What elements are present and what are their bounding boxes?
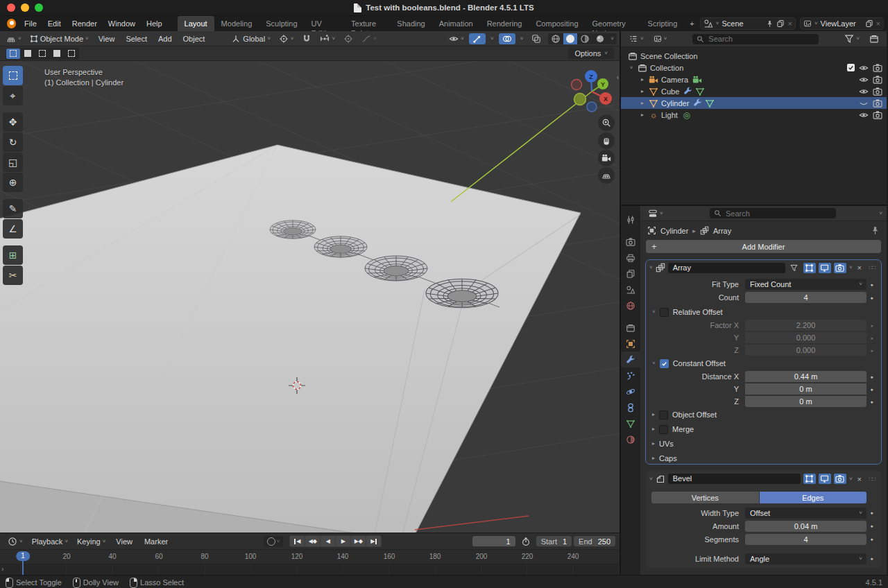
pin-icon[interactable] [871, 226, 880, 235]
expand-channels-icon[interactable]: › [1, 565, 3, 573]
transform-tool[interactable]: ⊕ [3, 173, 23, 192]
playhead[interactable] [22, 560, 24, 575]
frame-start-field[interactable]: Start1 [536, 536, 572, 546]
collapse-icon[interactable]: ˅ [649, 265, 653, 270]
vertices-tab[interactable]: Vertices [651, 492, 759, 503]
close-window-button[interactable] [7, 3, 15, 12]
snap-toggle[interactable] [298, 33, 315, 44]
expand-icon[interactable]: ▸ [639, 88, 646, 94]
light-data-icon[interactable]: ◎ [682, 110, 692, 120]
mesh-data-icon[interactable] [695, 87, 705, 96]
show-in-editmode-toggle[interactable] [803, 474, 816, 484]
timeline-editor-type-button[interactable]: ˅ [4, 536, 26, 547]
shading-rendered-button[interactable] [592, 33, 608, 44]
show-in-viewport-toggle[interactable] [819, 263, 831, 273]
tab-render[interactable] [621, 234, 640, 250]
outliner-row-collection[interactable]: ˅ Collection [621, 62, 887, 74]
outliner-row-cylinder[interactable]: ▸ Cylinder [621, 97, 887, 109]
expand-icon[interactable]: ▸ [639, 112, 646, 118]
gizmo-y-neg-axis[interactable] [574, 94, 586, 105]
new-collection-button[interactable] [866, 33, 882, 44]
tab-particles[interactable] [621, 368, 640, 383]
timeline-ruler[interactable]: 20 40 60 80 100 120 140 160 180 200 220 … [0, 550, 620, 564]
breadcrumb-object[interactable]: Cylinder [660, 227, 688, 235]
constant-offset-checkbox[interactable] [660, 359, 669, 368]
select-mode-extend[interactable] [21, 49, 35, 59]
tab-collection[interactable] [621, 320, 640, 336]
count-field[interactable]: 4 [745, 292, 866, 303]
move-tool[interactable]: ✥ [3, 112, 23, 132]
jump-to-start-button[interactable]: ◀ [290, 536, 305, 546]
tab-view-layer[interactable] [621, 266, 640, 282]
caps-header[interactable]: ▸ Caps [646, 451, 881, 465]
tab-uv-editing[interactable]: UV Editing [305, 16, 345, 31]
mode-selector[interactable]: Object Mode˅ [26, 34, 92, 44]
animate-dot[interactable]: ● [866, 387, 877, 392]
jump-to-end-button[interactable]: ▶ [366, 536, 381, 546]
measure-tool[interactable]: ∠ [3, 219, 23, 239]
collapse-icon[interactable]: ˅ [649, 476, 653, 482]
viewport-menu-select[interactable]: Select [121, 34, 152, 44]
select-mode-subtract[interactable] [35, 49, 49, 59]
tab-material[interactable] [621, 431, 640, 447]
minimize-window-button[interactable] [21, 3, 29, 12]
segments-field[interactable]: 4 [745, 534, 866, 545]
properties-editor-type-button[interactable]: ˅ [644, 208, 667, 219]
orthographic-toggle-button[interactable] [598, 167, 615, 184]
object-offset-checkbox[interactable] [659, 410, 668, 420]
auto-keyframe-toggle[interactable]: ˅ [264, 536, 284, 547]
distance-y-field[interactable]: 0 m [745, 383, 866, 395]
tab-tool[interactable] [621, 211, 640, 227]
options-button[interactable]: Options˅ [568, 48, 614, 59]
tab-scripting[interactable]: Scripting [641, 16, 685, 31]
tab-physics[interactable] [621, 383, 640, 399]
menu-window[interactable]: Window [103, 18, 141, 29]
merge-header[interactable]: ▸ Merge [646, 422, 881, 437]
outliner-search[interactable] [692, 34, 819, 44]
modifier-wrench-icon[interactable] [693, 98, 703, 108]
modifier-extras-dropdown[interactable]: ˅ [849, 476, 853, 482]
expand-icon[interactable]: ▸ [652, 456, 655, 461]
use-preview-range-toggle[interactable] [518, 536, 534, 547]
camera-view-button[interactable] [598, 150, 615, 166]
disable-render-icon[interactable] [873, 75, 882, 85]
outliner-row-light[interactable]: ▸ ☼ Light ◎ [621, 109, 887, 121]
tab-modeling[interactable]: Modeling [214, 16, 259, 31]
maximize-window-button[interactable] [35, 3, 43, 12]
shading-solid-button[interactable] [563, 33, 577, 44]
annotate-tool[interactable]: ✎ [3, 199, 23, 218]
drag-handle[interactable]: ∷∷ [866, 264, 878, 271]
close-icon[interactable]: × [855, 475, 864, 483]
next-keyframe-button[interactable]: ▶◆ [351, 536, 366, 546]
outliner-display-mode-button[interactable]: ˅ [625, 33, 647, 44]
blender-logo-icon[interactable] [7, 19, 16, 28]
proportional-editing-toggle[interactable] [340, 33, 357, 44]
prev-keyframe-button[interactable]: ◀◆ [305, 536, 320, 546]
tab-compositing[interactable]: Compositing [529, 16, 585, 31]
factor-x-field[interactable]: 2.200 [745, 320, 866, 331]
collapse-icon[interactable]: ˅ [652, 309, 656, 315]
cursor-tool[interactable]: ⌖ [3, 86, 23, 105]
merge-checkbox[interactable] [659, 425, 668, 434]
show-in-viewport-toggle[interactable] [819, 474, 831, 484]
bevel-modifier-header[interactable]: ˅ Bevel ˅ × ∷∷ [646, 471, 881, 487]
relative-offset-header[interactable]: ˅ Relative Offset [646, 305, 881, 320]
animate-dot[interactable]: ● [866, 374, 877, 379]
gizmo-x-neg-axis[interactable] [572, 80, 582, 90]
sidebar-collapse-icon[interactable]: ‹ [617, 74, 619, 81]
gizmo-z-neg-axis[interactable] [587, 102, 597, 112]
amount-field[interactable]: 0.04 m [745, 521, 866, 532]
disable-render-icon[interactable] [873, 63, 882, 73]
tab-geometry-nodes[interactable]: Geometry Nodes [586, 16, 641, 31]
animate-dot[interactable]: ● [866, 295, 877, 300]
array-modifier-header[interactable]: ˅ Array ˅ × ∷∷ [646, 260, 881, 276]
select-box-tool[interactable] [3, 66, 23, 85]
hide-eye-icon[interactable] [859, 87, 869, 96]
modifier-wrench-icon[interactable] [683, 87, 693, 96]
scale-tool[interactable]: ◱ [3, 153, 23, 172]
tab-layout[interactable]: Layout [178, 16, 214, 31]
current-frame-badge[interactable]: 1 [16, 551, 30, 561]
show-overlays-toggle[interactable] [499, 33, 515, 44]
animate-dot[interactable]: ● [866, 556, 877, 561]
proportional-falloff-selector[interactable]: ˅ [358, 33, 380, 44]
